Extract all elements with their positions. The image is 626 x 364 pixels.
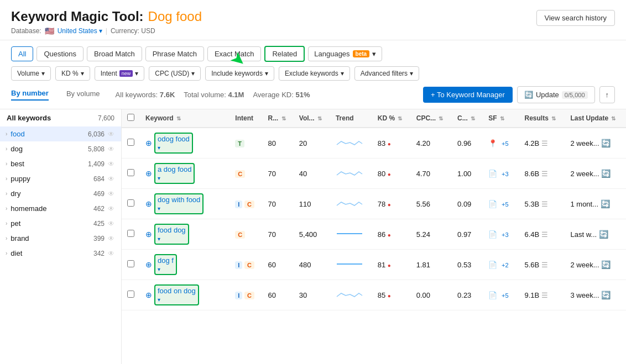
add-keyword-icon[interactable]: ⊕ (145, 139, 152, 147)
row-checkbox-cell[interactable] (122, 219, 140, 250)
exclude-keywords-filter[interactable]: Exclude keywords ▾ (279, 66, 350, 81)
row-checkbox[interactable] (127, 230, 134, 237)
select-all-checkbox[interactable] (127, 114, 134, 121)
by-volume-tab[interactable]: By volume (66, 89, 100, 100)
eye-icon[interactable]: 👁 (108, 235, 114, 242)
update-button[interactable]: 🔄 Update 0/5,000 (517, 86, 595, 103)
keyword-dropdown-icon[interactable]: ▾ (158, 175, 160, 181)
view-history-button[interactable]: View search history (536, 10, 615, 26)
sidebar-item-pet[interactable]: › pet 425 👁 (0, 216, 121, 231)
eye-icon[interactable]: 👁 (108, 145, 114, 153)
sf-col-header[interactable]: SF ⇅ (483, 109, 519, 128)
c-col-header[interactable]: C... ⇅ (452, 109, 483, 128)
include-keywords-filter[interactable]: Include keywords ▾ (205, 66, 274, 81)
row-checkbox-cell[interactable] (122, 159, 140, 189)
sf-tag[interactable]: +2 (499, 261, 511, 269)
add-keyword-icon[interactable]: ⊕ (145, 260, 152, 269)
keyword-dropdown-icon[interactable]: ▾ (158, 205, 160, 212)
keyword-dropdown-icon[interactable]: ▾ (158, 236, 160, 242)
trend-col-header[interactable]: Trend (330, 109, 372, 128)
database-country-link[interactable]: United States ▾ (58, 27, 102, 35)
keyword-dropdown-icon[interactable]: ▾ (158, 266, 160, 272)
sidebar-label: puppy (11, 175, 30, 183)
sf-tag[interactable]: +5 (499, 292, 511, 299)
cpc-col-header[interactable]: CPC... ⇅ (411, 109, 452, 128)
sidebar-item-left: › dry (6, 189, 20, 198)
keyword-cell: ⊕ a dog food ▾ (140, 159, 229, 189)
intent-col-header[interactable]: Intent (229, 109, 262, 128)
refresh-icon[interactable]: 🔄 (599, 230, 608, 239)
add-keyword-icon[interactable]: ⊕ (145, 169, 152, 178)
row-checkbox[interactable] (127, 260, 134, 267)
sidebar-item-puppy[interactable]: › puppy 684 👁 (0, 171, 121, 186)
advanced-filters[interactable]: Advanced filters ▾ (354, 66, 419, 81)
vol-col-header[interactable]: Vol... ⇅ (294, 109, 330, 128)
keyword-link[interactable]: a dog food (158, 165, 191, 173)
row-checkbox[interactable] (127, 291, 134, 298)
eye-icon[interactable]: 👁 (108, 190, 114, 198)
sidebar-item-best[interactable]: › best 1,409 👁 (0, 156, 121, 171)
last-update-col-header[interactable]: Last Update ⇅ (565, 109, 626, 128)
results-col-header[interactable]: Results ⇅ (519, 109, 565, 128)
refresh-icon[interactable]: 🔄 (601, 139, 611, 147)
sidebar-item-dog[interactable]: › dog 5,808 👁 (0, 141, 121, 156)
tab-questions[interactable]: Questions (36, 46, 84, 61)
kd-filter[interactable]: KD % ▾ (55, 66, 90, 81)
kd-col-header[interactable]: KD % ⇅ (372, 109, 411, 128)
row-checkbox[interactable] (127, 139, 134, 146)
cpc-filter[interactable]: CPC (USD) ▾ (149, 66, 201, 81)
keyword-link[interactable]: food on dog (158, 287, 196, 295)
refresh-icon[interactable]: 🔄 (601, 169, 611, 178)
volume-filter[interactable]: Volume ▾ (11, 66, 51, 81)
refresh-icon[interactable]: 🔄 (601, 260, 611, 269)
add-keyword-icon[interactable]: ⊕ (145, 291, 152, 299)
sf-tag[interactable]: +3 (499, 170, 511, 178)
to-keyword-manager-button[interactable]: + To Keyword Manager (423, 87, 513, 103)
eye-icon[interactable]: 👁 (108, 205, 114, 213)
add-keyword-icon[interactable]: ⊕ (145, 199, 152, 208)
keyword-dropdown-icon[interactable]: ▾ (158, 145, 160, 151)
eye-icon[interactable]: 👁 (108, 250, 114, 257)
title-prefix: Keyword Magic Tool: (11, 9, 144, 24)
r-col-header[interactable]: R... ⇅ (263, 109, 294, 128)
sidebar-item-homemade[interactable]: › homemade 462 👁 (0, 201, 121, 216)
select-all-checkbox-header[interactable] (122, 109, 140, 128)
tab-exact-match[interactable]: Exact Match (207, 46, 262, 61)
keyword-cell: ⊕ food dog ▾ (140, 219, 229, 250)
by-number-tab[interactable]: By number (11, 89, 49, 101)
intent-badge: I (235, 261, 242, 269)
export-button[interactable]: ↑ (599, 86, 615, 103)
add-keyword-icon[interactable]: ⊕ (145, 230, 152, 239)
sidebar-item-food[interactable]: › food 6,036 👁 (0, 126, 121, 141)
row-checkbox-cell[interactable] (122, 128, 140, 159)
row-checkbox[interactable] (127, 169, 134, 176)
eye-icon[interactable]: 👁 (108, 130, 114, 138)
eye-icon[interactable]: 👁 (108, 220, 114, 228)
row-checkbox-cell[interactable] (122, 189, 140, 219)
sidebar-item-brand[interactable]: › brand 399 👁 (0, 231, 121, 246)
tab-related[interactable]: Related (264, 46, 305, 62)
sidebar-item-diet[interactable]: › diet 342 👁 (0, 246, 121, 261)
sf-tag[interactable]: +3 (499, 231, 511, 239)
row-checkbox[interactable] (127, 199, 134, 207)
tab-broad-match[interactable]: Broad Match (87, 46, 142, 61)
row-checkbox-cell[interactable] (122, 250, 140, 280)
keyword-link[interactable]: dog with food (158, 196, 200, 204)
tab-all[interactable]: All (11, 46, 33, 61)
keyword-link[interactable]: dog f (158, 256, 174, 265)
sidebar-item-dry[interactable]: › dry 469 👁 (0, 186, 121, 201)
sf-tag[interactable]: +5 (499, 201, 511, 208)
tab-phrase-match[interactable]: Phrase Match (145, 46, 204, 61)
keyword-dropdown-icon[interactable]: ▾ (158, 297, 160, 303)
keyword-link[interactable]: odog food (158, 135, 190, 143)
keyword-col-header[interactable]: Keyword ⇅ (140, 109, 229, 128)
refresh-icon[interactable]: 🔄 (601, 291, 611, 299)
languages-button[interactable]: Languages beta ▾ (308, 46, 382, 61)
intent-filter[interactable]: Intent new ▾ (95, 66, 145, 81)
refresh-icon[interactable]: 🔄 (601, 199, 610, 208)
row-checkbox-cell[interactable] (122, 280, 140, 310)
eye-icon[interactable]: 👁 (108, 175, 114, 183)
keyword-link[interactable]: food dog (158, 226, 186, 234)
sf-tag[interactable]: +5 (499, 140, 511, 147)
eye-icon[interactable]: 👁 (108, 160, 114, 168)
